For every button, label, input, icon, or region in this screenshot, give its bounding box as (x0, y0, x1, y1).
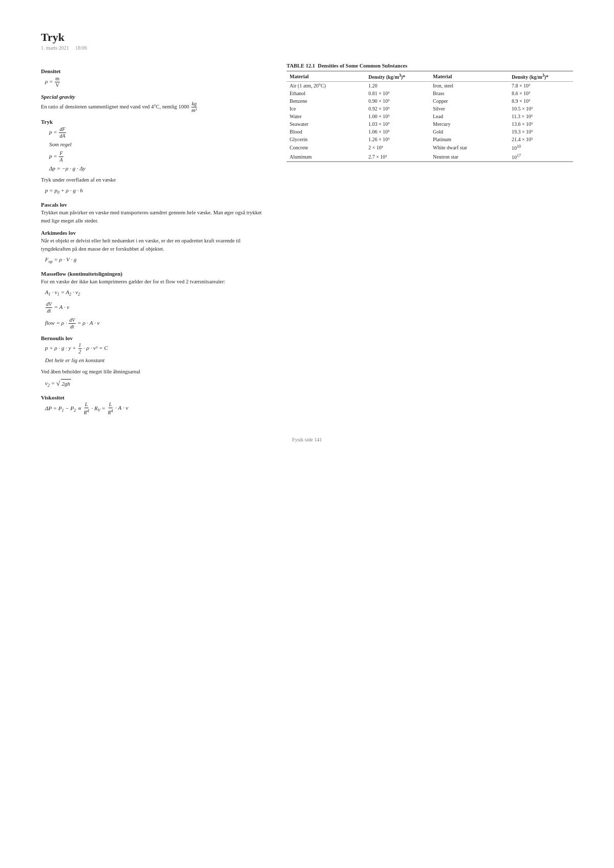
table-cell: Glycerin (287, 136, 365, 143)
densitet-title: Densitet (41, 68, 266, 74)
section-bernoulis-lov: Bernoulis lov p + ρ · g · y + 1 2 · ρ · … (41, 335, 266, 390)
page: Tryk 1. marts 2021 18:06 Densitet ρ = m … (0, 0, 614, 458)
table-row: Ice0.92 × 10³Silver10.5 × 10³ (287, 105, 573, 113)
table-cell: Seawater (287, 120, 365, 128)
col-density-1: Density (kg/m3)* (365, 71, 430, 82)
viskositet-title: Viskositet (41, 394, 266, 400)
table-cell: 1.00 × 10³ (365, 113, 430, 120)
table-cell: 8.9 × 10³ (509, 97, 573, 105)
table-row: Benzene0.90 × 10³Copper8.9 × 10³ (287, 97, 573, 105)
table-cell: 13.6 × 10³ (509, 120, 573, 128)
section-masseflow: Masseflow (kontinuitetsligningen) For en… (41, 271, 266, 330)
table-cell: Ethanol (287, 90, 365, 97)
masseflow-body: For en væske der ikke kan komprimeres gæ… (41, 278, 266, 286)
table-cell: 7.8 × 10³ (509, 82, 573, 90)
table-cell: 2 × 10³ (365, 143, 430, 152)
table-cell: 1010 (509, 143, 573, 152)
table-cell: 0.90 × 10³ (365, 97, 430, 105)
table-row: Water1.00 × 10³Lead11.3 × 10³ (287, 113, 573, 120)
section-arkimedes-lov: Arkimedes lov Når et objekt er delvist e… (41, 230, 266, 265)
right-column: TABLE 12.1 Densities of Some Common Subs… (287, 63, 573, 417)
tryk-title: Tryk (41, 119, 266, 125)
special-gravity-body: En ratio af densiteten sammenlignet med … (41, 101, 266, 114)
table-cell: Concrete (287, 143, 365, 152)
col-material-1: Material (287, 71, 365, 82)
table-row: Seawater1.03 × 10³Mercury13.6 × 10³ (287, 120, 573, 128)
arkimedes-lov-title: Arkimedes lov (41, 230, 266, 236)
table-row: Glycerin1.26 × 10³Platinum21.4 × 10³ (287, 136, 573, 143)
table-cell: Gold (430, 128, 509, 136)
table-row: Blood1.06 × 10³Gold19.3 × 10³ (287, 128, 573, 136)
density-table-container: TABLE 12.1 Densities of Some Common Subs… (287, 63, 573, 162)
masseflow-title: Masseflow (kontinuitetsligningen) (41, 271, 266, 277)
table-cell: Blood (287, 128, 365, 136)
table-cell: 21.4 × 10³ (509, 136, 573, 143)
table-cell: Lead (430, 113, 509, 120)
table-cell: 0.81 × 10³ (365, 90, 430, 97)
section-pascals-lov: Pascals lov Trykket man påvirker en væsk… (41, 202, 266, 225)
table-header-row: Material Density (kg/m3)* Material Densi… (287, 71, 573, 82)
table-row: Air (1 atm, 20°C)1.20Iron, steel7.8 × 10… (287, 82, 573, 90)
table-cell: Platinum (430, 136, 509, 143)
table-cell: Aluminum (287, 152, 365, 162)
page-meta: 1. marts 2021 18:06 (41, 45, 573, 51)
section-densitet: Densitet ρ = m V (41, 68, 266, 88)
table-cell: Iron, steel (430, 82, 509, 90)
table-cell: 1017 (509, 152, 573, 162)
table-cell: 11.3 × 10³ (509, 113, 573, 120)
table-cell: 8.6 × 10³ (509, 90, 573, 97)
table-cell: Brass (430, 90, 509, 97)
arkimedes-lov-body: Når et objekt er delvist eller helt neds… (41, 237, 266, 253)
col-material-2: Material (430, 71, 509, 82)
section-viskositet: Viskositet ΔP = P1 − P2 ∝ L R4 · RV = L … (41, 394, 266, 415)
left-column: Densitet ρ = m V Special gravity En rati… (41, 63, 266, 417)
table-row: Concrete2 × 10³White dwarf star1010 (287, 143, 573, 152)
page-title: Tryk (41, 31, 573, 44)
table-cell: 10.5 × 10³ (509, 105, 573, 113)
table-cell: Mercury (430, 120, 509, 128)
bernoulis-lov-title: Bernoulis lov (41, 335, 266, 341)
page-footer: Fysik side 141 (0, 437, 614, 442)
table-cell: Water (287, 113, 365, 120)
table-body: Air (1 atm, 20°C)1.20Iron, steel7.8 × 10… (287, 82, 573, 162)
special-gravity-title: Special gravity (41, 94, 266, 100)
section-tryk: Tryk p = dF dA Som regel p = F (41, 119, 266, 196)
table-cell: Neutron star (430, 152, 509, 162)
section-special-gravity: Special gravity En ratio af densiteten s… (41, 94, 266, 114)
table-cell: Ice (287, 105, 365, 113)
table-cell: 1.26 × 10³ (365, 136, 430, 143)
pascals-lov-title: Pascals lov (41, 202, 266, 208)
table-row: Ethanol0.81 × 10³Brass8.6 × 10³ (287, 90, 573, 97)
table-cell: 1.20 (365, 82, 430, 90)
table-row: Aluminum2.7 × 10³Neutron star1017 (287, 152, 573, 162)
table-cell: Benzene (287, 97, 365, 105)
table-cell: 1.03 × 10³ (365, 120, 430, 128)
table-cell: Copper (430, 97, 509, 105)
table-cell: 19.3 × 10³ (509, 128, 573, 136)
table-cell: White dwarf star (430, 143, 509, 152)
col-density-2: Density (kg/m3)* (509, 71, 573, 82)
densitet-formula: ρ = m V (45, 76, 266, 88)
table-cell: 2.7 × 10³ (365, 152, 430, 162)
table-cell: Air (1 atm, 20°C) (287, 82, 365, 90)
density-table: Material Density (kg/m3)* Material Densi… (287, 71, 573, 162)
pascals-lov-body: Trykket man påvirker en væske med transp… (41, 209, 266, 225)
table-cell: 1.06 × 10³ (365, 128, 430, 136)
table-title: TABLE 12.1 Densities of Some Common Subs… (287, 63, 573, 69)
table-cell: 0.92 × 10³ (365, 105, 430, 113)
table-cell: Silver (430, 105, 509, 113)
